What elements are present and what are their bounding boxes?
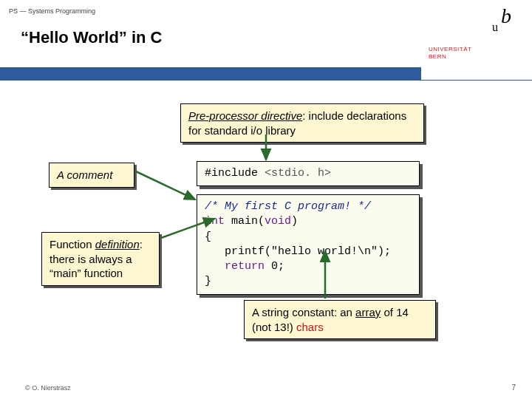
callout-stringconst: A string constant: an array of 14 (not 1… <box>244 300 436 339</box>
header-bar: PS — Systems Programming “Hello World” i… <box>0 0 421 66</box>
code-include: #include <stdio. h> <box>197 161 420 186</box>
code-l7c: 0; <box>265 260 284 273</box>
callout-funcdef-prefix: Function <box>50 238 95 250</box>
logo-letter-b: b <box>501 4 511 28</box>
code-l5: { <box>205 231 211 243</box>
logo-letter-u: u <box>492 21 498 34</box>
footer-copyright: © O. Nierstrasz <box>25 384 71 392</box>
code-l4d: ) <box>291 215 298 228</box>
callout-string-prefix: A string constant: an <box>252 306 355 318</box>
callout-string-rest2: chars <box>296 321 324 333</box>
code-l7a <box>205 260 225 273</box>
callout-preprocessor: Pre-processor directive: include declara… <box>180 103 424 143</box>
footer-page-number: 7 <box>511 383 516 392</box>
code-l8: } <box>205 275 211 287</box>
code-l3: /* My first C program! */ <box>205 200 371 213</box>
code-main: /* My first C program! */ int main(void)… <box>197 194 420 295</box>
callout-funcdef-underlined: definition <box>95 238 140 250</box>
code-l1b: <stdio. h> <box>265 167 331 180</box>
callout-comment: A comment <box>49 163 134 188</box>
callout-comment-text: A comment <box>57 168 112 181</box>
code-l6: printf("hello world!\n"); <box>205 245 391 258</box>
code-l4a: int <box>205 215 225 228</box>
svg-line-1 <box>136 171 195 200</box>
logo-line-1: UNIVERSITÄT <box>429 46 471 52</box>
logo-line-2: BERN <box>429 53 446 60</box>
code-l4c: void <box>265 215 291 228</box>
code-l1a: #include <box>205 167 265 180</box>
code-l4b: main( <box>225 215 265 228</box>
code-l7b: return <box>225 260 265 273</box>
course-label: PS — Systems Programming <box>9 7 412 15</box>
callout-string-underlined: array <box>355 306 381 318</box>
callout-preproc-underlined: Pre-processor directive <box>188 109 302 122</box>
callout-funcdef: Function definition: there is always a “… <box>41 232 160 286</box>
university-logo: b u UNIVERSITÄT BERN <box>421 0 532 80</box>
slide-title: “Hello World” in C <box>21 28 412 47</box>
